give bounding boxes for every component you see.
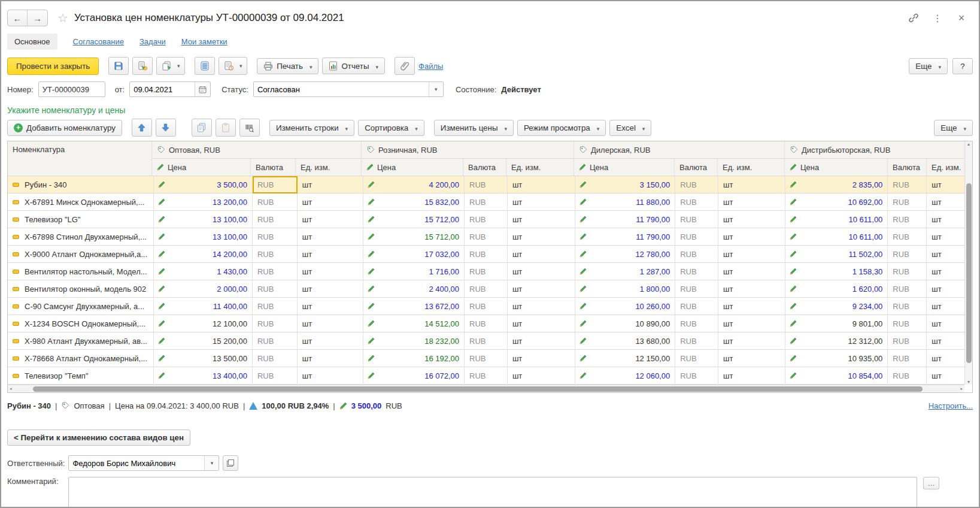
cell-price[interactable]: 10 260,00	[575, 298, 676, 315]
comment-expand-button[interactable]: ...	[923, 477, 939, 489]
cell-price[interactable]: 17 032,00	[363, 246, 465, 263]
cell-currency[interactable]: RUB	[675, 228, 718, 246]
cell-unit[interactable]: шт	[298, 315, 363, 332]
cell-price[interactable]: 11 790,00	[575, 228, 676, 246]
cell-price[interactable]: 11 502,00	[785, 246, 888, 263]
table-row[interactable]: Телевизор "LG"13 100,00RUBшт15 712,00RUB…	[8, 211, 973, 228]
cell-unit[interactable]: шт	[718, 246, 785, 263]
cell-currency[interactable]: RUB	[675, 280, 718, 298]
column-header-unit[interactable]: Ед. изм.	[718, 159, 785, 176]
cell-unit[interactable]: шт	[508, 211, 575, 228]
edit-rows-button[interactable]: Изменить строки	[269, 120, 354, 136]
cell-price[interactable]: 13 500,00	[154, 350, 253, 367]
cell-currency[interactable]: RUB	[888, 228, 927, 246]
cell-price[interactable]: 12 060,00	[575, 367, 676, 385]
cell-currency[interactable]: RUB	[675, 193, 718, 211]
scroll-up-icon[interactable]: ▲	[965, 142, 972, 146]
calendar-icon[interactable]	[195, 82, 210, 96]
cell-currency[interactable]: RUB	[465, 176, 508, 193]
cell-price[interactable]: 13 400,00	[154, 367, 253, 385]
cell-price[interactable]: 9 234,00	[785, 298, 888, 315]
cell-price[interactable]: 15 712,00	[363, 228, 465, 246]
cell-unit[interactable]: шт	[508, 350, 575, 367]
responsible-open-button[interactable]	[223, 455, 238, 471]
cell-currency[interactable]: RUB	[253, 315, 298, 332]
add-item-button[interactable]: + Добавить номенклатуру	[7, 120, 122, 136]
cell-currency[interactable]: RUB	[888, 332, 927, 350]
cell-currency[interactable]: RUB	[888, 211, 927, 228]
tab-main[interactable]: Основное	[7, 34, 57, 50]
responsible-dropdown-icon[interactable]: ▾	[204, 456, 219, 470]
cell-price[interactable]: 3 500,00	[154, 176, 253, 193]
goto-price-kinds-button[interactable]: < Перейти к изменению состава видов цен	[7, 430, 190, 446]
cell-price[interactable]: 11 790,00	[575, 211, 676, 228]
cell-currency[interactable]: RUB	[253, 246, 298, 263]
cell-currency[interactable]: RUB	[675, 332, 718, 350]
cell-price[interactable]: 13 672,00	[363, 298, 465, 315]
price-group-header[interactable]: Оптовая, RUB	[152, 141, 362, 159]
cell-unit[interactable]: шт	[718, 298, 785, 315]
cell-price[interactable]: 15 200,00	[154, 332, 253, 350]
save-button[interactable]	[108, 57, 129, 75]
cell-currency[interactable]: RUB	[888, 263, 927, 280]
cell-currency[interactable]: RUB	[253, 228, 298, 246]
cell-currency[interactable]: RUB	[465, 298, 508, 315]
cell-unit[interactable]: шт	[718, 228, 785, 246]
column-header-price[interactable]: Цена	[785, 159, 888, 176]
cell-price[interactable]: 2 400,00	[363, 280, 465, 298]
cell-currency[interactable]: RUB	[253, 298, 298, 315]
table-row[interactable]: Х-1234 BOSCH Однокамерный,...12 100,00RU…	[8, 315, 973, 332]
column-header-price[interactable]: Цена	[152, 159, 251, 176]
cell-price[interactable]: 11 400,00	[154, 298, 253, 315]
cell-unit[interactable]: шт	[508, 298, 575, 315]
cell-nomenclature[interactable]: Х-9000 Атлант Однокамерный,а...	[8, 246, 154, 263]
cell-currency[interactable]: RUB	[465, 367, 508, 385]
table-row[interactable]: Телевизор "Темп"13 400,00RUBшт16 072,00R…	[8, 367, 973, 385]
cell-price[interactable]: 14 200,00	[154, 246, 253, 263]
column-header-price[interactable]: Цена	[574, 159, 675, 176]
cell-unit[interactable]: шт	[298, 280, 363, 298]
cell-unit[interactable]: шт	[508, 246, 575, 263]
cell-currency[interactable]: RUB	[675, 176, 718, 193]
column-header-nomenclature[interactable]: Номенклатура	[8, 141, 152, 176]
cell-unit[interactable]: шт	[298, 332, 363, 350]
excel-button[interactable]: Excel	[609, 120, 651, 136]
get-link-icon[interactable]	[907, 11, 920, 25]
column-header-unit[interactable]: Ед. изм.	[506, 159, 574, 176]
price-group-header[interactable]: Розничная, RUB	[362, 141, 574, 159]
cell-nomenclature[interactable]: Х-67891 Минск Однокамерный,...	[8, 193, 154, 211]
cell-price[interactable]: 9 801,00	[785, 315, 888, 332]
cell-price[interactable]: 13 100,00	[154, 228, 253, 246]
table-row[interactable]: Х-980 Атлант Двухкамерный, ав...15 200,0…	[8, 332, 973, 350]
configure-link[interactable]: Настроить...	[929, 401, 973, 410]
cell-currency[interactable]: RUB	[465, 228, 508, 246]
cell-currency[interactable]: RUB	[675, 246, 718, 263]
cell-price[interactable]: 13 100,00	[154, 211, 253, 228]
cell-price[interactable]: 12 312,00	[785, 332, 888, 350]
cell-price[interactable]: 2 835,00	[785, 176, 888, 193]
tab-my-notes[interactable]: Мои заметки	[181, 37, 227, 46]
forward-button[interactable]: →	[28, 10, 47, 26]
cell-price[interactable]: 1 800,00	[575, 280, 676, 298]
print-button[interactable]: Печать	[257, 58, 318, 74]
cell-price[interactable]: 4 200,00	[363, 176, 465, 193]
cell-currency[interactable]: RUB	[888, 367, 927, 385]
tab-approval[interactable]: Согласование	[73, 37, 124, 46]
cell-unit[interactable]: шт	[718, 367, 785, 385]
cell-price[interactable]: 16 072,00	[363, 367, 465, 385]
back-button[interactable]: ←	[8, 10, 28, 26]
copy-button[interactable]	[192, 119, 212, 137]
cell-unit[interactable]: шт	[718, 176, 785, 193]
scroll-right-icon[interactable]: ▸	[960, 385, 963, 392]
cell-unit[interactable]: шт	[298, 367, 363, 385]
vertical-scrollbar-thumb[interactable]	[966, 183, 972, 363]
cell-unit[interactable]: шт	[298, 211, 363, 228]
cell-price[interactable]: 10 935,00	[785, 350, 888, 367]
cell-unit[interactable]: шт	[508, 263, 575, 280]
column-header-currency[interactable]: Валюта	[675, 159, 718, 176]
cell-nomenclature[interactable]: Рубин - 340	[8, 176, 154, 193]
price-group-header[interactable]: Дилерская, RUB	[574, 141, 785, 159]
cell-unit[interactable]: шт	[298, 350, 363, 367]
move-up-button[interactable]	[132, 119, 152, 137]
cell-price[interactable]: 18 232,00	[363, 332, 465, 350]
